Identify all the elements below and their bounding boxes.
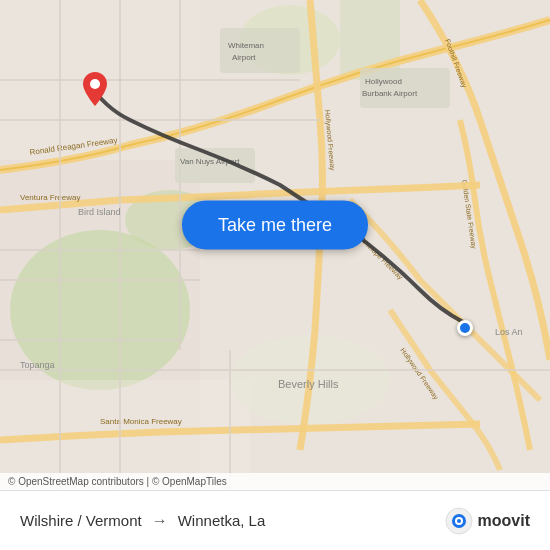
svg-text:Burbank Airport: Burbank Airport: [362, 89, 418, 98]
svg-rect-33: [360, 68, 450, 108]
map-attribution: © OpenStreetMap contributors | © OpenMap…: [0, 473, 550, 490]
svg-text:Whiteman: Whiteman: [228, 41, 264, 50]
svg-text:Beverly Hills: Beverly Hills: [278, 378, 339, 390]
svg-text:Topanga: Topanga: [20, 360, 55, 370]
route-arrow-icon: →: [152, 512, 168, 530]
svg-rect-28: [220, 28, 300, 73]
svg-point-40: [90, 79, 100, 89]
svg-text:Hollywood: Hollywood: [365, 77, 402, 86]
footer-bar: Wilshire / Vermont → Winnetka, La moovit: [0, 490, 550, 550]
route-destination: Winnetka, La: [178, 512, 266, 529]
attribution-text: © OpenStreetMap contributors | © OpenMap…: [8, 476, 227, 487]
moovit-logo-text: moovit: [478, 512, 530, 530]
moovit-logo: moovit: [445, 507, 530, 535]
svg-text:Ventura Freeway: Ventura Freeway: [20, 193, 80, 202]
destination-marker: [83, 72, 107, 110]
svg-text:Los An: Los An: [495, 327, 523, 337]
moovit-logo-icon: [445, 507, 473, 535]
svg-text:Santa Monica Freeway: Santa Monica Freeway: [100, 417, 182, 426]
svg-text:Airport: Airport: [232, 53, 256, 62]
svg-text:Bird Island: Bird Island: [78, 207, 121, 217]
route-origin: Wilshire / Vermont: [20, 512, 142, 529]
svg-point-44: [457, 519, 461, 523]
map-container: Ronald Reagan Freeway Foothill Freeway H…: [0, 0, 550, 490]
origin-marker: [457, 320, 473, 336]
route-info: Wilshire / Vermont → Winnetka, La: [20, 512, 265, 530]
take-me-there-button[interactable]: Take me there: [182, 201, 368, 250]
